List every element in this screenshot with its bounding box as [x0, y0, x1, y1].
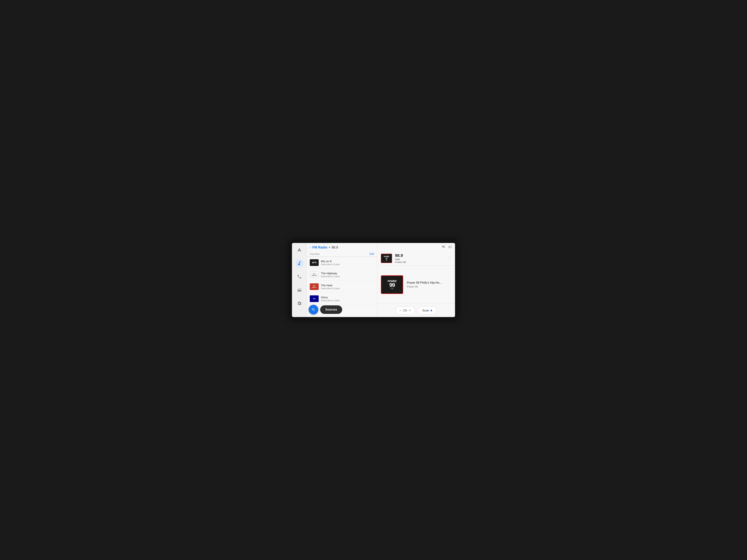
big-station-logo: POWER 99 FM	[381, 275, 403, 294]
main-screen: ‹ FM Radio • 98.9 Favorites Edit 80ON8 8…	[292, 243, 455, 317]
favorites-row: Favorites Edit	[307, 251, 377, 257]
now-description: Power-HD	[395, 261, 445, 264]
station-name: The Heat	[321, 284, 340, 287]
list-item[interactable]: theHEAT The Heat Subscribe to Listen	[307, 281, 377, 293]
cast-icon[interactable]	[448, 245, 452, 249]
favorites-label: Favorites	[310, 252, 319, 256]
left-header: ‹ FM Radio • 98.9	[307, 243, 377, 251]
sidebar-item-navigation[interactable]	[295, 246, 304, 254]
station-name: The Highway	[321, 272, 340, 275]
station-sub-name: Power 99	[407, 285, 451, 288]
station-logo-highway: thehighway	[310, 271, 319, 278]
bottom-overlay: Sources	[309, 305, 342, 315]
station-info: The Heat Subscribe to Listen	[321, 284, 340, 290]
right-panel: POWER99FM 98.9 R&B Power-HD ♡ POWER 99 F…	[377, 243, 455, 317]
station-name: Sirius	[321, 296, 340, 299]
list-item[interactable]: 80ON8 80s on 8 Subscribe to Listen	[307, 257, 377, 269]
station-info: Sirius Subscribe to Listen	[321, 296, 340, 302]
channel-label: Ch	[403, 309, 407, 312]
edit-button[interactable]: Edit	[369, 252, 374, 256]
station-sub: Subscribe to Listen	[321, 287, 340, 290]
page-title: FM Radio	[312, 245, 327, 249]
now-playing-card: POWER99FM 98.9 R&B Power-HD ♡	[377, 251, 455, 266]
now-genre: R&B	[395, 258, 445, 261]
heart-button[interactable]: ♡	[447, 256, 451, 261]
station-info: The Highway Subscribe to Listen	[321, 272, 340, 278]
big-logo-text: POWER 99 FM	[388, 280, 396, 290]
controls-row: − Ch + Scan	[377, 304, 455, 317]
frequency-separator: •	[329, 245, 330, 249]
channel-plus-button[interactable]: +	[409, 309, 411, 313]
station-sub: Subscribe to Listen	[321, 299, 340, 302]
sidebar	[292, 243, 307, 317]
sidebar-item-car[interactable]	[295, 286, 304, 294]
station-logo-sirius: Siri	[310, 295, 319, 302]
sidebar-item-music[interactable]	[295, 259, 304, 267]
now-playing-info: 98.9 R&B Power-HD	[395, 253, 445, 264]
now-frequency: 98.9	[395, 253, 445, 258]
list-item[interactable]: Siri Sirius Subscribe to Listen	[307, 293, 377, 305]
back-button[interactable]: ‹	[310, 245, 311, 249]
search-button[interactable]	[309, 305, 318, 315]
scan-indicator	[431, 310, 432, 311]
sources-button[interactable]: Sources	[320, 305, 342, 314]
screen-wrapper: ‹ FM Radio • 98.9 Favorites Edit 80ON8 8…	[290, 241, 457, 319]
channel-control[interactable]: − Ch +	[395, 306, 415, 315]
station-logo-heat: theHEAT	[310, 283, 319, 290]
station-full-name: Power 99 Philly's Hip-Ho...	[407, 281, 451, 285]
station-artwork: POWER 99 FM Power 99 Philly's Hip-Ho... …	[377, 266, 455, 304]
scan-button[interactable]: Scan	[418, 306, 437, 315]
list-item[interactable]: thehighway The Highway Subscribe to List…	[307, 269, 377, 281]
station-detail: Power 99 Philly's Hip-Ho... Power 99	[407, 281, 451, 288]
top-bar	[377, 243, 455, 251]
station-sub: Subscribe to Listen	[321, 275, 340, 278]
sidebar-item-settings[interactable]	[295, 299, 304, 308]
scan-label: Scan	[422, 309, 429, 312]
left-panel: ‹ FM Radio • 98.9 Favorites Edit 80ON8 8…	[307, 243, 377, 317]
channel-minus-button[interactable]: −	[400, 309, 402, 313]
station-sub: Subscribe to Listen	[321, 263, 340, 266]
station-badge: POWER99FM	[381, 254, 392, 263]
station-name: 80s on 8	[321, 260, 340, 263]
station-logo-80s: 80ON8	[310, 259, 319, 266]
current-frequency: 98.9	[331, 245, 338, 249]
station-info: 80s on 8 Subscribe to Listen	[321, 260, 340, 266]
sidebar-item-phone[interactable]	[295, 273, 304, 281]
mute-icon[interactable]	[442, 245, 445, 249]
svg-marker-0	[298, 248, 302, 252]
